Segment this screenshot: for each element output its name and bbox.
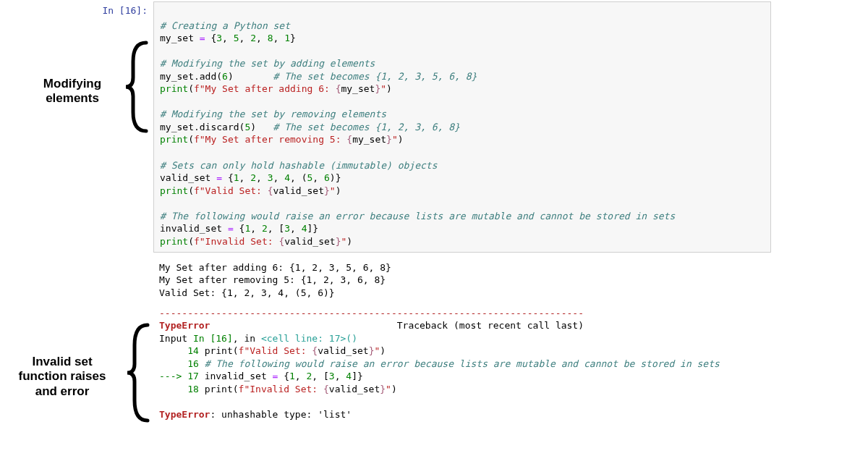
code-cell[interactable]: # Creating a Python set my_set = {3, 5, … [153,1,771,253]
comment: # The following would raise an error bec… [160,211,675,221]
code: my_set [160,33,200,43]
comment: # Modifying the set by removing elements [160,109,386,119]
stdout-output: My Set after adding 6: {1, 2, 3, 5, 6, 8… [159,248,391,299]
annotation-modifying: Modifying elements [29,77,116,106]
error-arrow-icon: ---> [159,371,187,381]
annotation-invalid-set: Invalid set function raises and error [4,355,120,399]
input-prompt: In [16]: [94,5,148,16]
brace-icon [124,322,153,423]
comment: # Sets can only hold hashable (immutable… [160,160,438,171]
error-name: TypeError [159,320,210,331]
traceback-output: ----------------------------------------… [159,294,720,421]
brace-icon [123,40,152,134]
output-line: My Set after removing 5: {1, 2, 3, 6, 8} [159,274,386,285]
traceback-divider: ----------------------------------------… [159,308,584,318]
error-message: : unhashable type: 'list' [210,409,352,420]
comment: # Modifying the set by adding elements [160,58,375,69]
output-line: My Set after adding 6: {1, 2, 3, 5, 6, 8… [159,262,391,273]
comment: # Creating a Python set [160,20,290,31]
traceback-label: Traceback (most recent call last) [397,320,584,331]
page-container: In [16]: # Creating a Python set my_set … [0,0,868,456]
error-name: TypeError [159,409,210,420]
